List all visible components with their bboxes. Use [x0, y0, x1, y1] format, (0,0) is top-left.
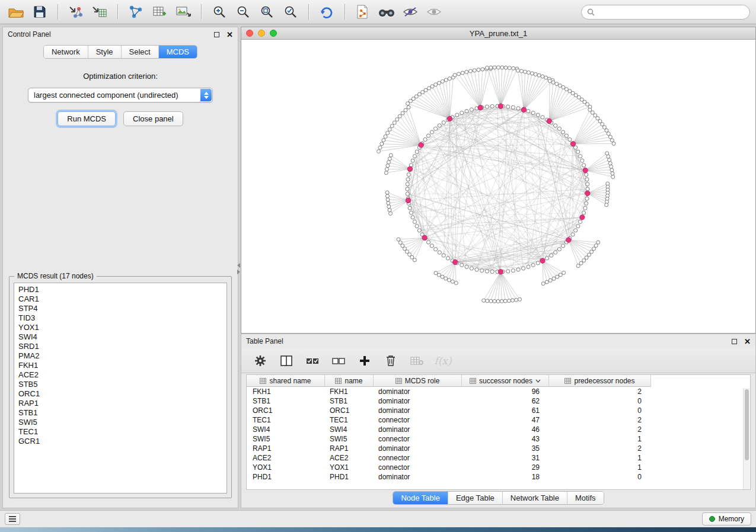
- search-input[interactable]: [598, 8, 744, 16]
- network-node[interactable]: [586, 187, 589, 191]
- network-node[interactable]: [486, 299, 489, 303]
- network-node[interactable]: [434, 248, 438, 251]
- dominator-node[interactable]: [406, 198, 410, 203]
- network-node[interactable]: [552, 277, 556, 280]
- network-node[interactable]: [415, 150, 419, 153]
- tab-node-table[interactable]: Node Table: [393, 492, 448, 504]
- zoom-fit-icon[interactable]: [257, 2, 277, 21]
- network-node[interactable]: [559, 273, 562, 277]
- network-node[interactable]: [417, 92, 421, 96]
- network-node[interactable]: [545, 257, 548, 260]
- network-node[interactable]: [473, 69, 476, 72]
- mcds-result-list[interactable]: PHD1CAR1STP4TID3YOX1SWI4SRD1PMA2FKH1ACE2…: [14, 283, 227, 493]
- mcds-result-item[interactable]: RAP1: [14, 399, 227, 408]
- column-header[interactable]: predecessor nodes: [549, 375, 651, 387]
- mcds-result-item[interactable]: GCR1: [14, 437, 227, 446]
- network-node[interactable]: [576, 150, 580, 153]
- dominator-node[interactable]: [540, 258, 545, 263]
- network-node[interactable]: [516, 107, 520, 110]
- network-node[interactable]: [384, 134, 387, 138]
- network-node[interactable]: [554, 124, 557, 127]
- network-node[interactable]: [592, 247, 595, 251]
- network-node[interactable]: [453, 73, 457, 77]
- network-node[interactable]: [557, 248, 561, 251]
- network-node[interactable]: [448, 77, 451, 81]
- network-node[interactable]: [393, 121, 396, 124]
- settings-gear-icon[interactable]: [253, 354, 267, 368]
- network-node[interactable]: [504, 66, 508, 69]
- criterion-dropdown[interactable]: largest connected component (undirected): [28, 88, 213, 102]
- network-node[interactable]: [579, 261, 583, 265]
- memory-button[interactable]: Memory: [702, 512, 751, 525]
- global-search-field[interactable]: [581, 5, 750, 20]
- network-node[interactable]: [423, 137, 427, 141]
- table-row[interactable]: TEC1TEC1connector472: [247, 415, 750, 425]
- tab-motifs[interactable]: Motifs: [567, 492, 604, 504]
- network-node[interactable]: [503, 299, 507, 303]
- network-node[interactable]: [385, 191, 389, 194]
- network-node[interactable]: [438, 81, 441, 85]
- network-node[interactable]: [444, 78, 448, 82]
- network-node[interactable]: [434, 271, 438, 275]
- dominator-node[interactable]: [419, 143, 423, 148]
- network-node[interactable]: [461, 71, 464, 75]
- network-node[interactable]: [493, 66, 496, 69]
- expand-right-icon[interactable]: [237, 270, 240, 274]
- import-table-file-icon[interactable]: [90, 2, 110, 21]
- tab-network-table[interactable]: Network Table: [503, 492, 567, 504]
- table-row[interactable]: ORC1ORC1dominator610: [247, 406, 750, 415]
- network-node[interactable]: [406, 187, 409, 191]
- network-node[interactable]: [594, 114, 597, 117]
- network-node[interactable]: [611, 172, 614, 175]
- dominator-node[interactable]: [566, 238, 571, 242]
- network-node[interactable]: [527, 109, 530, 113]
- network-node[interactable]: [387, 201, 390, 205]
- network-node[interactable]: [485, 105, 489, 108]
- network-node[interactable]: [562, 271, 566, 274]
- mcds-result-item[interactable]: YOX1: [14, 323, 227, 332]
- dominator-node[interactable]: [570, 142, 575, 146]
- network-node[interactable]: [585, 173, 588, 177]
- network-node[interactable]: [578, 220, 582, 223]
- dominator-node[interactable]: [547, 118, 551, 123]
- network-node[interactable]: [490, 104, 494, 108]
- network-node[interactable]: [457, 72, 461, 76]
- close-panel-button[interactable]: Close panel: [123, 111, 183, 126]
- delete-column-icon[interactable]: [384, 354, 398, 368]
- network-node[interactable]: [386, 198, 390, 201]
- add-column-icon[interactable]: [358, 354, 372, 368]
- mcds-result-item[interactable]: SWI5: [14, 418, 227, 427]
- network-node[interactable]: [523, 70, 527, 73]
- network-node[interactable]: [541, 116, 544, 119]
- network-node[interactable]: [561, 130, 564, 134]
- network-node[interactable]: [590, 250, 594, 254]
- network-node[interactable]: [608, 158, 611, 162]
- mcds-result-item[interactable]: SWI4: [14, 332, 227, 342]
- network-node[interactable]: [387, 205, 391, 209]
- network-node[interactable]: [516, 268, 520, 271]
- network-node[interactable]: [490, 270, 494, 274]
- network-node[interactable]: [441, 275, 444, 278]
- network-node[interactable]: [388, 209, 391, 212]
- network-node[interactable]: [430, 85, 434, 88]
- collapse-left-icon[interactable]: [237, 263, 240, 268]
- table-scrollbar[interactable]: [743, 388, 749, 490]
- network-node[interactable]: [506, 270, 510, 273]
- network-node[interactable]: [564, 134, 568, 137]
- network-node[interactable]: [384, 171, 388, 175]
- network-node[interactable]: [574, 229, 578, 232]
- network-node[interactable]: [388, 128, 391, 132]
- hide-selected-icon[interactable]: [400, 2, 420, 21]
- network-node[interactable]: [441, 79, 444, 83]
- network-node[interactable]: [475, 268, 479, 271]
- network-node[interactable]: [385, 194, 389, 198]
- network-node[interactable]: [413, 155, 416, 158]
- network-node[interactable]: [470, 267, 473, 270]
- network-node[interactable]: [385, 168, 388, 171]
- network-node[interactable]: [511, 299, 514, 302]
- network-canvas[interactable]: [241, 40, 755, 333]
- network-node[interactable]: [536, 113, 540, 117]
- show-all-icon[interactable]: [424, 2, 444, 21]
- mcds-result-item[interactable]: TEC1: [14, 427, 227, 437]
- network-node[interactable]: [610, 139, 614, 142]
